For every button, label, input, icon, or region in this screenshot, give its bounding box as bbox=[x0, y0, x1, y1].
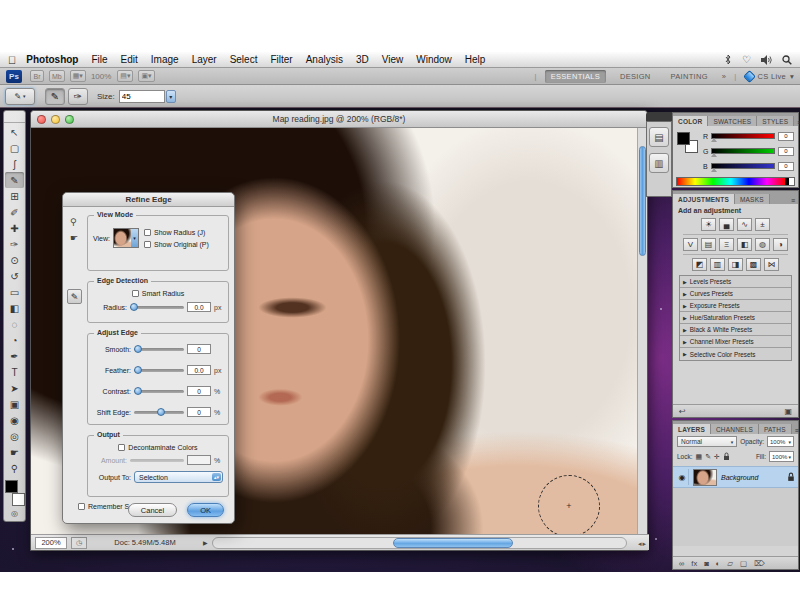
preset-row[interactable]: ▶ Curves Presets bbox=[680, 288, 791, 300]
blur-tool[interactable]: ◌ bbox=[5, 316, 24, 332]
adjustment-layer-icon[interactable]: ◐ bbox=[716, 559, 721, 568]
workspace-essentials[interactable]: ESSENTIALS bbox=[545, 70, 606, 83]
menu-item[interactable]: Window bbox=[416, 54, 452, 65]
bluetooth-icon[interactable] bbox=[724, 54, 732, 65]
menu-item[interactable]: 3D bbox=[356, 54, 369, 65]
lock-all-icon[interactable] bbox=[723, 452, 730, 461]
erase-refinements-tool-button[interactable]: ✑ bbox=[68, 88, 88, 105]
menu-item[interactable]: Select bbox=[230, 54, 258, 65]
menu-item[interactable]: Analysis bbox=[306, 54, 343, 65]
panel-menu-icon[interactable]: ≡ bbox=[794, 119, 800, 126]
zoom-percent-field[interactable]: 200% bbox=[35, 537, 67, 549]
show-original-checkbox[interactable]: Show Original (P) bbox=[144, 241, 209, 248]
tab-channels[interactable]: CHANNELS bbox=[711, 424, 759, 434]
layer-row-background[interactable]: ◉ Background bbox=[673, 466, 798, 488]
layer-thumbnail[interactable] bbox=[693, 469, 717, 486]
preset-row[interactable]: ▶ Channel Mixer Presets bbox=[680, 336, 791, 348]
lock-position-icon[interactable]: ✛ bbox=[714, 453, 720, 461]
vibrance-icon[interactable]: V bbox=[683, 238, 698, 251]
quick-selection-tool[interactable]: ✎ bbox=[5, 172, 24, 188]
dodge-tool[interactable]: ◔ bbox=[5, 332, 24, 348]
dialog-refine-radius-button[interactable]: ✎ bbox=[67, 289, 82, 304]
mini-bridge-icon[interactable]: Mb bbox=[49, 70, 65, 82]
menu-item[interactable]: Help bbox=[465, 54, 486, 65]
tool-preset-picker[interactable]: ✎ ▾ bbox=[5, 88, 35, 105]
refine-radius-tool-button[interactable]: ✎ bbox=[45, 88, 65, 105]
color-spectrum-ramp[interactable] bbox=[676, 177, 795, 186]
shift-edge-slider[interactable] bbox=[134, 411, 184, 414]
workspace-more-chevron[interactable]: » bbox=[722, 72, 726, 81]
quick-mask-button[interactable]: ◎ bbox=[11, 509, 18, 518]
smooth-slider[interactable] bbox=[134, 348, 184, 351]
dialog-zoom-icon[interactable]: ⚲ bbox=[70, 217, 77, 227]
menu-item[interactable]: File bbox=[91, 54, 107, 65]
radius-value-field[interactable]: 0.0 bbox=[187, 302, 211, 312]
tab-paths[interactable]: PATHS bbox=[759, 424, 792, 434]
menu-item[interactable]: Photoshop bbox=[26, 54, 78, 65]
background-color-swatch[interactable] bbox=[12, 493, 25, 506]
horizontal-scrollbar[interactable] bbox=[212, 537, 627, 549]
dialog-title-bar[interactable]: Refine Edge bbox=[63, 193, 234, 207]
crop-tool[interactable]: ⊞ bbox=[5, 188, 24, 204]
clone-stamp-tool[interactable]: ⊙ bbox=[5, 252, 24, 268]
screen-mode-icon[interactable]: ▣▾ bbox=[138, 70, 154, 82]
lock-transparency-icon[interactable]: ▦ bbox=[696, 453, 703, 461]
view-extras-icon[interactable]: ▦▾ bbox=[70, 70, 86, 82]
bridge-icon[interactable]: Br bbox=[30, 70, 44, 82]
preset-row[interactable]: ▶ Black & White Presets bbox=[680, 324, 791, 336]
pen-tool[interactable]: ✒ bbox=[5, 348, 24, 364]
marquee-tool[interactable]: ▢ bbox=[5, 140, 24, 156]
hand-tool[interactable]: ☛ bbox=[5, 444, 24, 460]
type-tool[interactable]: T bbox=[5, 364, 24, 380]
fill-field[interactable]: 100% ▾ bbox=[769, 451, 794, 462]
color-balance-icon[interactable]: Ξ bbox=[719, 238, 734, 251]
tab-layers[interactable]: LAYERS bbox=[673, 424, 711, 434]
gradient-tool[interactable]: ◧ bbox=[5, 300, 24, 316]
menu-item[interactable]: Edit bbox=[121, 54, 138, 65]
spotlight-icon[interactable] bbox=[782, 55, 792, 65]
menu-item[interactable]: Filter bbox=[270, 54, 292, 65]
blue-value-field[interactable]: 0 bbox=[778, 162, 794, 171]
feather-value-field[interactable]: 0.0 bbox=[187, 365, 211, 375]
shape-tool[interactable]: ▣ bbox=[5, 396, 24, 412]
status-flyout-arrow[interactable]: ▶ bbox=[203, 539, 208, 546]
contrast-value-field[interactable]: 0 bbox=[187, 386, 211, 396]
black-white-icon[interactable]: ◧ bbox=[737, 238, 752, 251]
preset-row[interactable]: ▶ Levels Presets bbox=[680, 276, 791, 288]
cancel-button[interactable]: Cancel bbox=[128, 503, 177, 517]
output-to-dropdown[interactable]: Selection ▴▾ bbox=[134, 471, 223, 483]
shift-edge-value-field[interactable]: 0 bbox=[187, 407, 211, 417]
new-layer-icon[interactable]: ▢ bbox=[740, 559, 747, 568]
tab-masks[interactable]: MASKS bbox=[735, 194, 770, 204]
show-radius-checkbox[interactable]: Show Radius (J) bbox=[144, 229, 209, 236]
lasso-tool[interactable]: ʃ bbox=[5, 156, 24, 172]
channel-mixer-icon[interactable]: ◑ bbox=[773, 238, 788, 251]
contrast-slider[interactable] bbox=[134, 390, 184, 393]
preset-row[interactable]: ▶ Selective Color Presets bbox=[680, 348, 791, 360]
scroll-arrow-buttons[interactable]: ◂▸ bbox=[638, 540, 647, 548]
apple-menu-icon[interactable]:  bbox=[8, 54, 16, 66]
curves-icon[interactable]: ∿ bbox=[737, 218, 752, 231]
path-selection-tool[interactable]: ➤ bbox=[5, 380, 24, 396]
zoom-tool[interactable]: ⚲ bbox=[5, 460, 24, 476]
horizontal-scrollbar-thumb[interactable] bbox=[393, 538, 513, 548]
photoshop-logo[interactable]: Ps bbox=[6, 70, 22, 83]
foreground-color-swatch[interactable] bbox=[5, 480, 18, 493]
cs-live-button[interactable]: CS Live ▾ bbox=[745, 72, 794, 81]
preset-row[interactable]: ▶ Hue/Saturation Presets bbox=[680, 312, 791, 324]
view-mode-dropdown[interactable]: ▾ bbox=[113, 228, 139, 248]
levels-icon[interactable]: ▄ bbox=[719, 218, 734, 231]
feather-slider[interactable] bbox=[134, 369, 184, 372]
clip-to-layer-icon[interactable]: ▣ bbox=[784, 407, 792, 416]
zoom-level-dropdown[interactable]: 100% bbox=[91, 72, 111, 81]
brush-tool[interactable]: ✑ bbox=[5, 236, 24, 252]
dialog-hand-icon[interactable]: ☛ bbox=[70, 233, 78, 243]
visibility-eye-icon[interactable]: ◉ bbox=[676, 469, 689, 485]
layer-style-icon[interactable]: fx bbox=[691, 559, 697, 568]
layer-mask-icon[interactable]: ◙ bbox=[704, 559, 709, 568]
opacity-field[interactable]: 100% ▾ bbox=[767, 436, 794, 447]
photo-filter-icon[interactable]: ◍ bbox=[755, 238, 770, 251]
smooth-value-field[interactable]: 0 bbox=[187, 344, 211, 354]
red-slider[interactable] bbox=[711, 133, 775, 139]
size-spinner[interactable]: ▾ bbox=[166, 90, 176, 103]
